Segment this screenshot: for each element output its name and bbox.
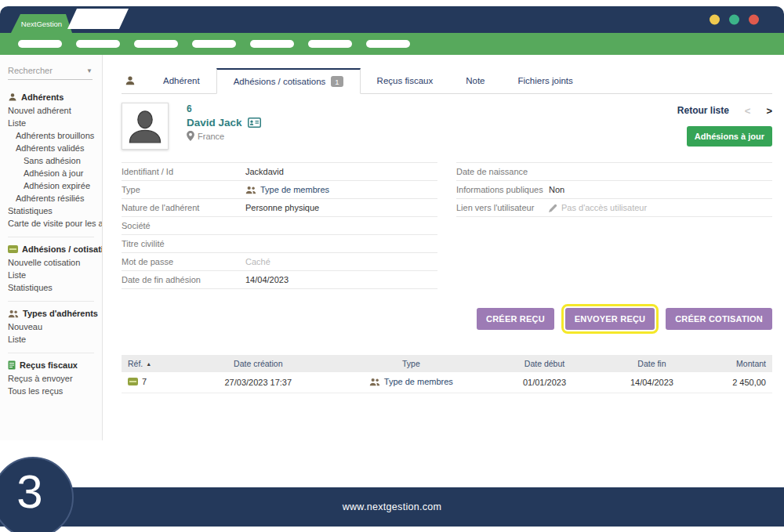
tab-label: Note [466, 76, 485, 85]
detail-row: Date de fin adhésion 14/04/2023 [122, 271, 437, 289]
column-header-date-creation[interactable]: Date création [187, 355, 330, 372]
detail-row: Lien vers l'utilisateur Pas d'accès util… [456, 199, 772, 217]
retour-liste-link[interactable]: Retour liste [677, 105, 729, 116]
person-icon [125, 75, 136, 86]
creer-cotisation-button[interactable]: CRÉER COTISATION [666, 308, 772, 330]
detail-row: Mot de passe Caché [122, 253, 437, 271]
member-name: David Jack [187, 117, 242, 128]
footer-url: www.nextgestion.com [343, 501, 442, 512]
column-header-date-debut[interactable]: Date début [492, 355, 597, 372]
creer-recu-button[interactable]: CRÉER REÇU [477, 308, 554, 330]
tab-recus-fiscaux[interactable]: Reçus fiscaux [361, 68, 450, 93]
sidebar-item-nouvel-adherent[interactable]: Nouvel adhérent [8, 104, 96, 117]
sidebar-item-adherents-valides[interactable]: Adhérents validés [8, 142, 96, 154]
sidebar-section-adherents: Adhérents [8, 92, 96, 102]
sidebar-section-types: Types d'adhérents [8, 309, 96, 318]
member-type-link[interactable]: Type de membres [260, 185, 329, 194]
detail-value: Jackdavid [245, 167, 284, 176]
close-button[interactable] [749, 15, 759, 25]
member-icon-tab[interactable] [122, 68, 147, 93]
brand-tab[interactable]: NextGestion [11, 14, 72, 33]
tab-adhesions-cotisations[interactable]: Adhésions / cotisations 1 [216, 68, 361, 94]
sidebar-item-nouveau-type[interactable]: Nouveau [8, 320, 96, 333]
menu-item-placeholder[interactable] [192, 40, 236, 48]
column-header-montant[interactable]: Montant [707, 355, 772, 372]
detail-label: Identifiant / Id [122, 167, 245, 176]
row-type-link[interactable]: Type de membres [384, 377, 453, 386]
chevron-left-icon[interactable]: < [745, 106, 751, 116]
receipt-icon [8, 360, 16, 370]
sidebar-item-sans-adhesion[interactable]: Sans adhésion [8, 154, 96, 167]
row-date-fin: 14/04/2023 [597, 372, 707, 393]
tab-label: Adhésions / cotisations [234, 77, 326, 86]
details-left-column: Identifiant / Id Jackdavid Type Type de … [122, 162, 437, 289]
row-date-creation: 27/03/2023 17:37 [187, 372, 330, 393]
sidebar-item-recus-a-envoyer[interactable]: Reçus à envoyer [8, 372, 96, 385]
envoyer-recu-button[interactable]: ENVOYER REÇU [565, 308, 655, 330]
menu-item-placeholder[interactable] [366, 40, 410, 48]
detail-label: Société [122, 221, 245, 230]
footer-bar: www.nextgestion.com [0, 487, 784, 527]
column-header-ref[interactable]: Réf.▲ [122, 355, 187, 372]
menu-item-placeholder[interactable] [18, 40, 62, 48]
sidebar-item-carte-de-visite[interactable]: Carte de visite pour les a... [8, 217, 96, 230]
sidebar-item-adhesion-expiree[interactable]: Adhésion expirée [8, 179, 96, 192]
member-country: France [198, 132, 224, 141]
detail-label: Nature de l'adhérent [122, 203, 245, 212]
avatar-silhouette-icon [125, 107, 165, 146]
tab-fichiers-joints[interactable]: Fichiers joints [502, 68, 590, 93]
location-pin-icon [187, 131, 194, 141]
sidebar-section-title: Reçus fiscaux [20, 360, 78, 370]
sidebar-divider [8, 301, 94, 302]
detail-value: Non [549, 185, 564, 194]
membership-card-icon [8, 245, 18, 253]
search-dropdown[interactable]: Rechercher ▼ [8, 66, 93, 80]
tab-note[interactable]: Note [449, 68, 501, 93]
sidebar-item-liste-adherents[interactable]: Liste [8, 117, 96, 129]
menu-item-placeholder[interactable] [308, 40, 352, 48]
menu-item-placeholder[interactable] [134, 40, 178, 48]
blank-tab[interactable] [67, 9, 129, 29]
maximize-button[interactable] [729, 15, 739, 25]
sidebar-item-adherents-resilies[interactable]: Adhérents résiliés [8, 192, 96, 204]
sidebar-section-title: Adhésions / cotisati... [22, 244, 103, 254]
sidebar-section-recus: Reçus fiscaux [8, 360, 96, 370]
sidebar-section-title: Adhérents [21, 92, 64, 102]
menu-item-placeholder[interactable] [76, 40, 120, 48]
detail-label: Mot de passe [122, 257, 245, 266]
minimize-button[interactable] [710, 15, 720, 25]
sidebar-item-nouvelle-cotisation[interactable]: Nouvelle cotisation [8, 256, 96, 269]
tab-adherent[interactable]: Adhérent [147, 68, 216, 93]
row-ref: 7 [142, 377, 147, 386]
main-panel: Adhérent Adhésions / cotisations 1 Reçus… [103, 55, 784, 487]
sidebar-item-adherents-brouillons[interactable]: Adhérents brouillons [8, 129, 96, 142]
table-row[interactable]: 7 27/03/2023 17:37 Type de membres 01/01… [122, 372, 772, 393]
detail-label: Lien vers l'utilisateur [456, 203, 549, 212]
status-badge-adhesions-a-jour[interactable]: Adhésions à jour [687, 126, 772, 147]
detail-row: Nature de l'adhérent Personne physique [122, 199, 437, 217]
detail-label: Date de fin adhésion [122, 275, 245, 284]
profile-header: 6 David Jack France Retour liste [122, 103, 772, 150]
sidebar-item-liste-cotisations[interactable]: Liste [8, 269, 96, 281]
sidebar-item-liste-types[interactable]: Liste [8, 333, 96, 346]
id-card-icon[interactable] [248, 118, 261, 128]
detail-label: Titre civilité [122, 239, 245, 248]
chevron-right-icon[interactable]: > [766, 106, 772, 116]
detail-row: Identifiant / Id Jackdavid [122, 163, 437, 181]
sidebar-item-statistiques-adherents[interactable]: Statistiques [8, 204, 96, 217]
sidebar-item-adhesion-a-jour[interactable]: Adhésion à jour [8, 167, 96, 179]
sidebar-item-tous-les-recus[interactable]: Tous les reçus [8, 385, 96, 397]
column-header-type[interactable]: Type [330, 355, 493, 372]
main-menu-bar [0, 33, 784, 55]
user-access-link[interactable]: Pas d'accès utilisateur [561, 203, 647, 212]
window-controls [710, 15, 759, 25]
browser-chrome-bar: NextGestion [0, 6, 784, 33]
pencil-icon[interactable] [549, 204, 557, 212]
brand-label: NextGestion [21, 20, 62, 28]
tab-label: Adhérent [163, 76, 200, 85]
column-header-date-fin[interactable]: Date fin [597, 355, 707, 372]
sidebar-item-statistiques-cotisations[interactable]: Statistiques [8, 281, 96, 294]
row-montant: 2 450,00 [707, 372, 772, 393]
tab-count-badge: 1 [331, 76, 343, 87]
menu-item-placeholder[interactable] [250, 40, 294, 48]
